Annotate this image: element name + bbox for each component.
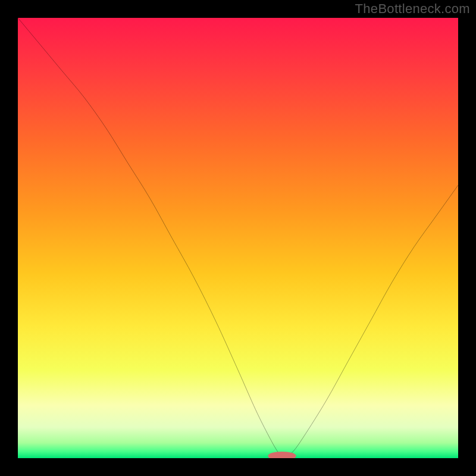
gradient-background	[18, 18, 458, 458]
plot-area	[18, 18, 458, 458]
chart-frame: TheBottleneck.com	[0, 0, 476, 476]
plot-svg	[18, 18, 458, 458]
watermark-text: TheBottleneck.com	[355, 1, 470, 17]
